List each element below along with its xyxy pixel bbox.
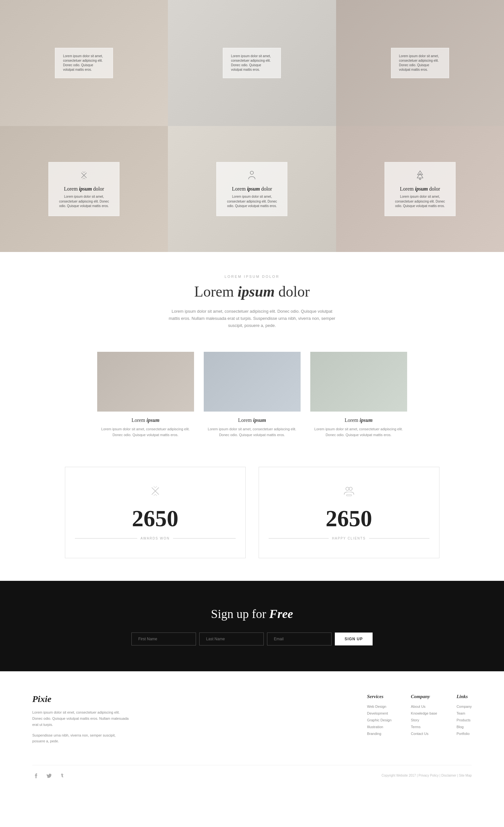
facebook-icon[interactable] [32, 772, 40, 780]
signup-button[interactable]: SIGN UP [335, 633, 372, 645]
gallery-cell-5: Lorem ipsum dolor Lorem ipsum dolor sit … [168, 126, 336, 252]
stat-box-2: 2650 HAPPY CLIENTS [259, 467, 440, 558]
company-item-4[interactable]: Terms [411, 725, 437, 729]
svg-line-2 [83, 172, 84, 173]
brand-name: Pixie [32, 694, 129, 704]
tumblr-icon[interactable] [58, 772, 66, 780]
company-item-1[interactable]: About Us [411, 704, 437, 709]
gallery-card-6-text: Lorem ipsum dolor sit amet, consectetuer… [394, 194, 446, 209]
card-image-1 [97, 352, 194, 411]
card-title-1: Lorem ipsum [97, 418, 194, 423]
person-icon [226, 169, 278, 184]
gallery-card-6-title: Lorem ipsum dolor [394, 186, 446, 192]
card-image-3 [310, 352, 407, 411]
clients-icon [269, 485, 430, 499]
footer-top: Pixie Lorem ipsum dolor sit enet, consec… [32, 694, 472, 748]
svg-line-13 [155, 486, 157, 488]
social-links [32, 772, 66, 780]
svg-point-16 [346, 487, 349, 490]
svg-point-6 [250, 171, 253, 175]
services-item-5[interactable]: Branding [367, 732, 392, 736]
links-item-1[interactable]: Company [457, 704, 472, 709]
headline-section: LOREM IPSUM DOLOR Lorem ipsum dolor Lore… [0, 252, 504, 345]
links-item-2[interactable]: Team [457, 711, 472, 715]
services-item-4[interactable]: Illustration [367, 725, 392, 729]
gallery-cell-1: Lorem ipsum dolor sit amet, consectetuer… [0, 0, 168, 126]
gallery-bottom: Lorem ipsum dolor Lorem ipsum dolor sit … [0, 126, 504, 252]
card-text-3: Lorem ipsum dolor sit amet, consectetuer… [310, 426, 407, 438]
svg-line-4 [83, 178, 84, 179]
gallery-card-4-text: Lorem ipsum dolor sit amet, consectetuer… [58, 194, 110, 209]
company-heading: Company [411, 694, 437, 699]
svg-rect-18 [346, 495, 352, 496]
footer-links-col: Links Company Team Products Blog Portfol… [457, 694, 472, 748]
svg-rect-9 [419, 178, 421, 180]
headline-title: Lorem ipsum dolor [6, 283, 498, 300]
first-name-input[interactable] [132, 633, 196, 645]
footer-columns: Services Web Design Development Graphic … [149, 694, 472, 748]
svg-line-3 [84, 172, 85, 173]
footer: Pixie Lorem ipsum dolor sit enet, consec… [0, 671, 504, 792]
links-item-5[interactable]: Portfolio [457, 732, 472, 736]
crosshair-icon [58, 169, 110, 184]
links-item-3[interactable]: Products [457, 718, 472, 722]
services-list: Web Design Development Graphic Design Il… [367, 704, 392, 736]
company-item-3[interactable]: Story [411, 718, 437, 722]
gallery-card-5-title: Lorem ipsum dolor [226, 186, 278, 192]
gallery-card-2-text: Lorem ipsum dolor sit amet, consectetuer… [231, 54, 273, 72]
signup-form[interactable]: SIGN UP [13, 633, 491, 645]
card-item-3: Lorem ipsum Lorem ipsum dolor sit amet, … [310, 352, 407, 438]
brand-text-1: Lorem ipsum dolor sit enet, consectetuer… [32, 710, 129, 728]
services-item-3[interactable]: Graphic Design [367, 718, 392, 722]
clients-label: HAPPY CLIENTS [332, 537, 366, 540]
gallery-top: Lorem ipsum dolor sit amet, consectetuer… [0, 0, 504, 126]
twitter-icon[interactable] [45, 772, 53, 780]
svg-point-17 [349, 487, 352, 490]
email-input[interactable] [267, 633, 332, 645]
footer-services-col: Services Web Design Development Graphic … [367, 694, 392, 748]
gallery-cell-2: Lorem ipsum dolor sit amet, consectetuer… [168, 0, 336, 126]
links-heading: Links [457, 694, 472, 699]
gallery-cell-6: Lorem ipsum dolor Lorem ipsum dolor sit … [336, 126, 504, 252]
company-item-5[interactable]: Contact Us [411, 732, 437, 736]
card-title-3: Lorem ipsum [310, 418, 407, 423]
card-item-2: Lorem ipsum Lorem ipsum dolor sit amet, … [204, 352, 301, 438]
links-item-4[interactable]: Blog [457, 725, 472, 729]
stats-section: 2650 AWARDS WON 2650 HAPPY CLIENTS [0, 457, 504, 581]
signup-section: Sign up for Free SIGN UP [0, 581, 504, 671]
svg-line-15 [155, 494, 157, 496]
svg-marker-7 [417, 171, 423, 175]
gallery-card-4-title: Lorem ipsum dolor [58, 186, 110, 192]
awards-icon [75, 485, 236, 499]
card-image-2 [204, 352, 301, 411]
stat-box-1: 2650 AWARDS WON [65, 467, 246, 558]
links-list: Company Team Products Blog Portfolio [457, 704, 472, 736]
card-title-2: Lorem ipsum [204, 418, 301, 423]
awards-label: AWARDS WON [141, 537, 169, 540]
card-item-1: Lorem ipsum Lorem ipsum dolor sit amet, … [97, 352, 194, 438]
brand-text-2: Suspendisse urna nibh, viverra non, semp… [32, 732, 129, 744]
svg-line-12 [154, 486, 155, 488]
services-item-1[interactable]: Web Design [367, 704, 392, 709]
last-name-input[interactable] [199, 633, 264, 645]
gallery-cell-4: Lorem ipsum dolor Lorem ipsum dolor sit … [0, 126, 168, 252]
clients-number: 2650 [269, 505, 430, 532]
cards-section: Lorem ipsum Lorem ipsum dolor sit amet, … [0, 345, 504, 457]
svg-line-14 [154, 494, 155, 496]
gallery-card-1-text: Lorem ipsum dolor sit amet, consectetuer… [63, 54, 105, 72]
footer-company-col: Company About Us Knowledge base Story Te… [411, 694, 437, 748]
tree-icon [394, 169, 446, 184]
card-text-2: Lorem ipsum dolor sit amet, consectetuer… [204, 426, 301, 438]
company-item-2[interactable]: Knowledge base [411, 711, 437, 715]
headline-description: Lorem ipsum dolor sit amet, consectetuer… [168, 308, 336, 329]
awards-number: 2650 [75, 505, 236, 532]
company-list: About Us Knowledge base Story Terms Cont… [411, 704, 437, 736]
services-heading: Services [367, 694, 392, 699]
headline-eyebrow: LOREM IPSUM DOLOR [6, 275, 498, 279]
copyright-text: Copyright Website 2017 | Privacy Policy … [382, 774, 472, 777]
footer-brand: Pixie Lorem ipsum dolor sit enet, consec… [32, 694, 129, 748]
signup-title: Sign up for Free [13, 607, 491, 621]
gallery-card-5-text: Lorem ipsum dolor sit amet, consectetuer… [226, 194, 278, 209]
card-text-1: Lorem ipsum dolor sit amet, consectetuer… [97, 426, 194, 438]
services-item-2[interactable]: Development [367, 711, 392, 715]
